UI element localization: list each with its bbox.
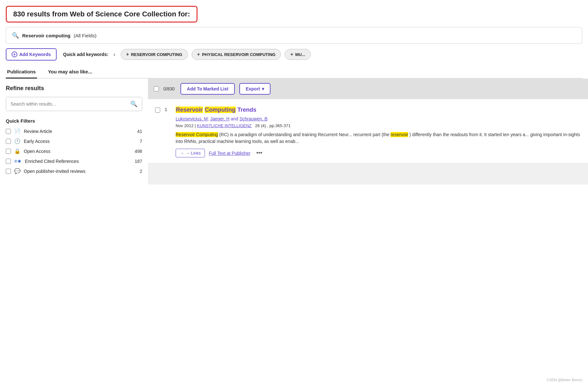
search-within-button[interactable]: 🔍: [130, 100, 137, 108]
chip-plus-icon-2: +: [197, 52, 200, 57]
links-arrow-icon: →: [180, 151, 184, 155]
export-label: Export: [246, 86, 260, 91]
review-article-icon: 📄: [14, 128, 21, 134]
filter-enriched-cited-checkbox[interactable]: [6, 159, 11, 164]
tabs-row: Publications You may also like...: [6, 66, 582, 79]
abstract-text-1: (RC) is a paradigm of understanding and …: [219, 132, 390, 137]
result-title-trends: Trends: [237, 107, 256, 113]
quick-filters-title: Quick Filters: [6, 118, 142, 124]
result-1-authors: Lukosevicius, M; Jaeger, H and Schrauwen…: [176, 116, 581, 121]
open-publisher-icon: 💬: [14, 168, 21, 174]
export-chevron-icon: ▾: [262, 86, 264, 91]
search-icon: 🔍: [12, 32, 19, 39]
abstract-highlight-rc: Reservoir Computing: [176, 132, 218, 137]
filter-review-article-checkbox[interactable]: [6, 129, 11, 134]
results-count: 830: [13, 10, 25, 18]
filter-early-access-count: 7: [140, 139, 142, 144]
filter-open-access-checkbox[interactable]: [6, 149, 11, 154]
links-label: → Links: [186, 151, 201, 155]
main-layout: Refine results 🔍 Quick Filters 📄 Review …: [0, 79, 588, 184]
results-toolbar: 0/830 Add To Marked List Export ▾: [148, 79, 588, 99]
open-access-icon: 🔒: [14, 148, 21, 154]
keywords-row: + Add Keywords Quick add keywords: ‹ + R…: [6, 48, 582, 61]
filter-open-publisher-label: Open publisher-invited reviews: [24, 169, 136, 174]
result-1-journal[interactable]: KUNSTLICHE INTELLIGENZ: [197, 123, 252, 128]
add-to-marked-list-button[interactable]: Add To Marked List: [180, 83, 235, 95]
chevron-left-btn[interactable]: ‹: [112, 50, 117, 59]
filter-early-access: 🕐 Early Access 7: [6, 138, 142, 144]
filter-early-access-checkbox[interactable]: [6, 139, 11, 144]
keyword-chip-2[interactable]: + PHYSICAL RESERVOIR COMPUTING: [192, 49, 281, 60]
result-card-1: 1 Reservoir Computing Trends Lukoseviciu…: [148, 99, 588, 164]
add-marked-label: Add To Marked List: [187, 86, 228, 91]
abstract-highlight-reservoir: reservoir: [390, 132, 408, 137]
links-button[interactable]: → → Links: [176, 149, 205, 157]
select-all-checkbox[interactable]: [154, 86, 159, 91]
search-query-bold: Reservoir computing: [22, 33, 70, 38]
filter-open-access: 🔒 Open Access 498: [6, 148, 142, 154]
enriched-cited-icon: ≡★: [14, 158, 22, 164]
filter-open-publisher: 💬 Open publisher-invited reviews 2: [6, 168, 142, 174]
search-query-normal: (All Fields): [74, 33, 96, 38]
filter-enriched-cited-count: 187: [135, 159, 142, 164]
keyword-chip-1[interactable]: + RESERVOIR COMPUTING: [121, 49, 188, 60]
refine-results-title: Refine results: [6, 85, 142, 92]
early-access-icon: 🕐: [14, 138, 21, 144]
filter-open-publisher-checkbox[interactable]: [6, 169, 11, 174]
chip-label-2: PHYSICAL RESERVOIR COMPUTING: [202, 52, 276, 57]
result-1-abstract: Reservoir Computing (RC) is a paradigm o…: [176, 131, 581, 145]
chip-label-1: RESERVOIR COMPUTING: [131, 52, 182, 57]
add-keywords-label: Add Keywords: [19, 52, 51, 57]
results-text: results from Web of Science Core Collect…: [27, 10, 190, 18]
export-button[interactable]: Export ▾: [239, 83, 271, 95]
filter-open-publisher-count: 2: [140, 169, 142, 174]
chip-label-3: MU...: [295, 52, 305, 57]
chip-plus-icon: +: [126, 52, 129, 57]
plus-circle-icon: +: [12, 52, 17, 57]
author-schrauwen[interactable]: Schrauwen, B: [239, 116, 267, 121]
result-title-computing: Computing: [205, 107, 236, 113]
chip-plus-icon-3: +: [290, 52, 293, 57]
result-1-content: Reservoir Computing Trends Lukosevicius,…: [176, 106, 581, 157]
result-1-links-row: → → Links Full Text at Publisher •••: [176, 149, 581, 157]
filter-open-access-count: 498: [135, 149, 142, 154]
tab-you-may-also-like[interactable]: You may also like...: [47, 66, 93, 79]
add-keywords-button[interactable]: + Add Keywords: [6, 48, 57, 61]
sidebar: Refine results 🔍 Quick Filters 📄 Review …: [0, 79, 148, 184]
result-1-volume: 26 (4) , pp.365-371: [253, 123, 291, 128]
filter-open-access-label: Open Access: [24, 149, 132, 154]
filter-enriched-cited: ≡★ Enriched Cited References 187: [6, 158, 142, 164]
result-1-title[interactable]: Reservoir Computing Trends: [176, 106, 581, 114]
full-text-at-publisher-link[interactable]: Full Text at Publisher: [209, 151, 251, 156]
author-jaeger[interactable]: Jaeger, H: [210, 116, 229, 121]
author-lukosevicius[interactable]: Lukosevicius, M: [176, 116, 208, 121]
result-title-reservoir: Reservoir: [176, 107, 203, 113]
toolbar-count: 0/830: [163, 86, 175, 91]
quick-add-label: Quick add keywords:: [63, 52, 108, 57]
results-area: 0/830 Add To Marked List Export ▾ 1 Rese…: [148, 79, 588, 184]
more-options-button[interactable]: •••: [254, 149, 264, 157]
result-1-number: 1: [165, 106, 171, 112]
result-1-date: Nov 2012: [176, 123, 194, 128]
search-within-input[interactable]: [11, 101, 130, 107]
search-bar-area: 🔍 Reservoir computing (All Fields): [6, 27, 582, 44]
keyword-chip-3[interactable]: + MU...: [285, 49, 310, 60]
search-within-box: 🔍: [6, 97, 142, 111]
filter-review-article-label: Review Article: [24, 129, 134, 134]
tab-publications[interactable]: Publications: [6, 66, 37, 79]
result-1-checkbox[interactable]: [155, 108, 160, 113]
result-1-meta: Nov 2012 | KUNSTLICHE INTELLIGENZ 26 (4)…: [176, 123, 581, 128]
filter-review-article: 📄 Review Article 41: [6, 128, 142, 134]
watermark: CSDN @Better Bench...: [547, 378, 585, 382]
filter-review-article-count: 41: [137, 129, 142, 134]
results-header: 830 results from Web of Science Core Col…: [6, 6, 198, 23]
filter-early-access-label: Early Access: [24, 139, 136, 144]
filter-enriched-cited-label: Enriched Cited References: [25, 159, 131, 164]
